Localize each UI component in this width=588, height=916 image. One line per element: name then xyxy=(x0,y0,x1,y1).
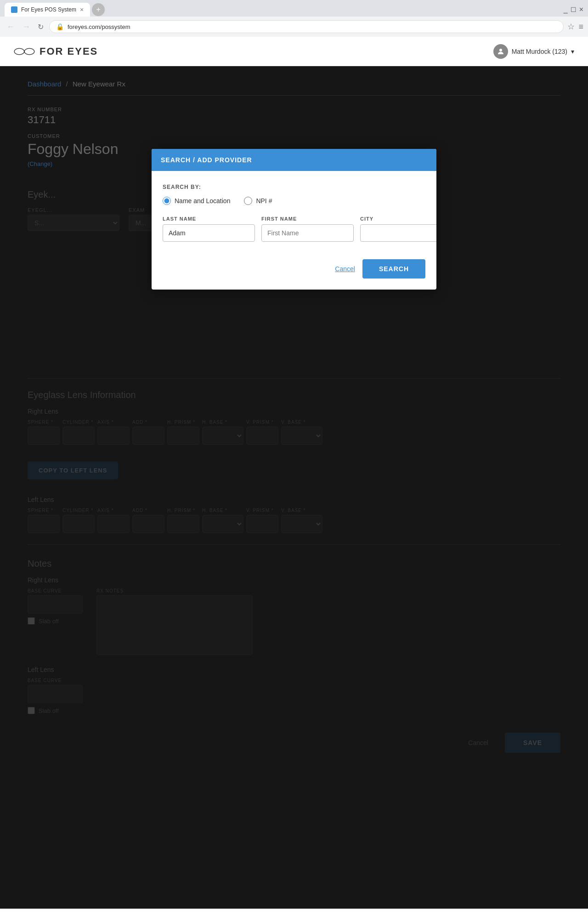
tab-close-button[interactable]: × xyxy=(80,6,84,13)
search-add-provider-modal: SEARCH / ADD PROVIDER SEARCH BY: Name an… xyxy=(152,149,436,290)
radio-name-location-label: Name and Location xyxy=(175,197,230,205)
menu-button[interactable]: ≡ xyxy=(578,22,583,32)
user-chevron-icon: ▾ xyxy=(571,48,574,55)
search-by-label: SEARCH BY: xyxy=(163,184,425,190)
avatar xyxy=(493,44,508,59)
search-fields: LAST NAME FIRST NAME CITY STATE xyxy=(163,216,425,243)
search-by-radio-group: Name and Location NPI # xyxy=(163,197,425,205)
new-tab-button[interactable]: + xyxy=(92,3,105,16)
modal-body: SEARCH BY: Name and Location NPI # LAST … xyxy=(152,171,436,290)
modal-cancel-button[interactable]: Cancel xyxy=(335,265,355,273)
tab-icon xyxy=(11,6,17,13)
brand-logo-icon: ⬭⬭ xyxy=(14,44,34,59)
brand: ⬭⬭ FOR EYES xyxy=(14,44,98,59)
radio-npi-label: NPI # xyxy=(256,197,272,205)
security-icon: 🔒 xyxy=(56,23,64,30)
forward-button[interactable]: → xyxy=(20,20,32,34)
city-field: CITY xyxy=(360,216,436,243)
bookmark-button[interactable]: ☆ xyxy=(567,22,575,32)
modal-title: SEARCH / ADD PROVIDER xyxy=(161,156,252,164)
first-name-label: FIRST NAME xyxy=(261,216,354,222)
brand-name: FOR EYES xyxy=(40,46,98,57)
window-maximize-button[interactable]: ☐ xyxy=(571,6,577,13)
first-name-field: FIRST NAME xyxy=(261,216,354,243)
radio-npi-input[interactable] xyxy=(244,197,252,205)
url-text: foreyes.com/possystem xyxy=(68,23,557,30)
modal-footer: Cancel SEARCH xyxy=(163,256,425,279)
first-name-input[interactable] xyxy=(261,224,354,242)
user-menu[interactable]: Matt Murdock (123) ▾ xyxy=(493,44,574,59)
browser-chrome: For Eyes POS System × + _ ☐ × ← → ↻ 🔒 fo… xyxy=(0,0,588,37)
radio-name-location-option[interactable]: Name and Location xyxy=(163,197,230,205)
tab-title: For Eyes POS System xyxy=(21,6,76,13)
last-name-input[interactable] xyxy=(163,224,255,242)
page-content: Dashboard / New Eyewear Rx RX NUMBER 317… xyxy=(0,66,588,909)
app-header: ⬭⬭ FOR EYES Matt Murdock (123) ▾ xyxy=(0,37,588,66)
user-name-label: Matt Murdock (123) xyxy=(512,48,567,55)
radio-npi-option[interactable]: NPI # xyxy=(244,197,272,205)
city-label: CITY xyxy=(360,216,436,222)
back-button[interactable]: ← xyxy=(5,20,17,34)
browser-toolbar: ← → ↻ 🔒 foreyes.com/possystem ☆ ≡ xyxy=(0,17,588,37)
modal-overlay: SEARCH / ADD PROVIDER SEARCH BY: Name an… xyxy=(0,66,588,909)
modal-search-button[interactable]: SEARCH xyxy=(362,259,425,279)
address-bar[interactable]: 🔒 foreyes.com/possystem xyxy=(49,20,564,33)
city-input[interactable] xyxy=(360,224,436,242)
svg-point-0 xyxy=(499,49,502,51)
browser-tab[interactable]: For Eyes POS System × xyxy=(5,3,90,17)
last-name-label: LAST NAME xyxy=(163,216,255,222)
window-close-button[interactable]: × xyxy=(579,6,583,14)
modal-header: SEARCH / ADD PROVIDER xyxy=(152,149,436,171)
radio-name-location-input[interactable] xyxy=(163,197,171,205)
window-minimize-button[interactable]: _ xyxy=(564,6,568,14)
last-name-field: LAST NAME xyxy=(163,216,255,243)
reload-button[interactable]: ↻ xyxy=(36,21,45,33)
browser-titlebar: For Eyes POS System × + _ ☐ × xyxy=(0,0,588,17)
